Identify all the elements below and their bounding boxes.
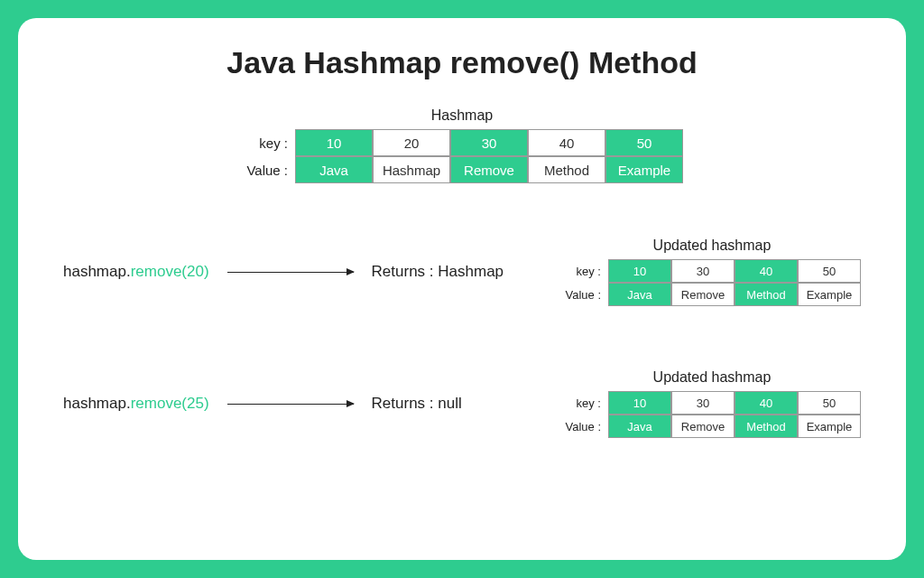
example-row-2: hashmap.remove(25) Returns : null Update…: [63, 369, 861, 438]
arrow-icon: [227, 404, 354, 405]
key-cell: 40: [735, 259, 798, 283]
top-hashmap-table: key : 10 20 30 40 50 Value : Java Hashma…: [241, 129, 683, 183]
returns-text: Returns : Hashmap: [372, 263, 504, 281]
value-cell: Method: [735, 415, 798, 438]
updated-table-title: Updated hashmap: [563, 238, 861, 254]
table-row: Value : Java Remove Method Example: [563, 415, 861, 438]
table-row: key : 10 30 40 50: [563, 259, 861, 283]
key-cell: 30: [671, 259, 735, 283]
example-row-1: hashmap.remove(20) Returns : Hashmap Upd…: [63, 238, 861, 306]
value-cell: Hashmap: [373, 156, 450, 183]
key-label: key :: [563, 391, 608, 415]
table-row: Value : Java Remove Method Example: [563, 283, 861, 306]
updated-hashmap-table: key : 10 30 40 50 Value : Java Remove Me…: [563, 391, 861, 438]
value-cell: Example: [798, 415, 861, 438]
returns-text: Returns : null: [372, 395, 462, 413]
key-cell: 50: [798, 391, 861, 415]
code-object: hashmap.: [63, 263, 131, 280]
page-title: Java Hashmap remove() Method: [63, 45, 861, 80]
updated-hashmap-2: Updated hashmap key : 10 30 40 50 Value …: [563, 369, 861, 438]
value-cell: Method: [528, 156, 605, 183]
key-cell: 50: [605, 129, 683, 156]
table-row: key : 10 30 40 50: [563, 391, 861, 415]
key-cell: 30: [450, 129, 528, 156]
value-cell: Java: [608, 415, 671, 438]
value-cell: Method: [735, 283, 798, 306]
value-cell: Example: [798, 283, 861, 306]
top-table-title: Hashmap: [63, 107, 861, 124]
value-cell: Example: [605, 156, 683, 183]
key-label: key :: [241, 129, 295, 156]
code-object: hashmap.: [63, 395, 131, 412]
key-cell: 40: [735, 391, 798, 415]
key-cell: 30: [671, 391, 735, 415]
table-row: key : 10 20 30 40 50: [241, 129, 683, 156]
key-cell: 10: [295, 129, 373, 156]
value-cell: Java: [295, 156, 373, 183]
value-label: Value :: [563, 283, 608, 306]
key-cell: 10: [608, 259, 671, 283]
updated-hashmap-1: Updated hashmap key : 10 30 40 50 Value …: [563, 238, 861, 306]
code-snippet: hashmap.remove(25): [63, 395, 209, 413]
key-label: key :: [563, 259, 608, 283]
value-label: Value :: [563, 415, 608, 438]
key-cell: 50: [798, 259, 861, 283]
code-method: remove(20): [131, 263, 209, 280]
table-row: Value : Java Hashmap Remove Method Examp…: [241, 156, 683, 183]
code-snippet: hashmap.remove(20): [63, 263, 209, 281]
code-method: remove(25): [131, 395, 209, 412]
key-cell: 20: [373, 129, 450, 156]
top-hashmap-section: Hashmap key : 10 20 30 40 50 Value : Jav…: [63, 107, 861, 183]
updated-hashmap-table: key : 10 30 40 50 Value : Java Remove Me…: [563, 259, 861, 306]
value-label: Value :: [241, 156, 295, 183]
value-cell: Remove: [671, 415, 735, 438]
updated-table-title: Updated hashmap: [563, 369, 861, 386]
value-cell: Java: [608, 283, 671, 306]
arrow-icon: [227, 272, 354, 273]
value-cell: Remove: [671, 283, 735, 306]
value-cell: Remove: [450, 156, 528, 183]
key-cell: 40: [528, 129, 605, 156]
key-cell: 10: [608, 391, 671, 415]
content-card: Java Hashmap remove() Method Hashmap key…: [18, 18, 906, 560]
